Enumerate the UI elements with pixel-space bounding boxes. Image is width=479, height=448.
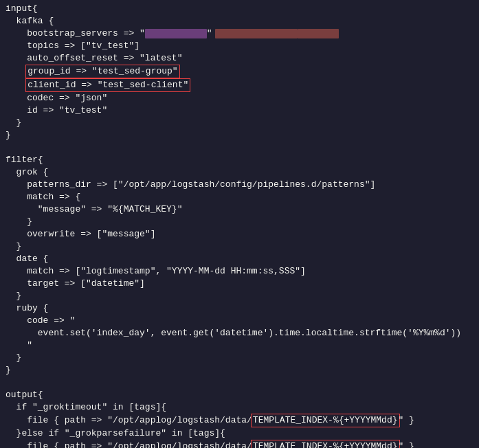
line-close-kafka: } <box>0 117 479 129</box>
line-blank1 <box>0 142 479 154</box>
line-topics: topics => ["tv_test"] <box>0 40 479 52</box>
line-close-filter: } <box>0 364 479 377</box>
line-file-grokparsefailure: file { path => "/opt/applog/logstash/dat… <box>0 440 479 448</box>
line-kafka: kafka { <box>0 15 479 27</box>
line-input: input{ <box>0 3 479 15</box>
line-close-grok: } <box>0 240 479 253</box>
line-ruby: ruby { <box>0 302 479 315</box>
line-blank2 <box>0 377 479 389</box>
code-editor: input{ kafka { bootstrap_servers => " " … <box>0 0 479 448</box>
line-id: id => "tv_test" <box>0 104 479 117</box>
line-else-grokparsefailure: }else if "_grokparsefailure" in [tags]{ <box>0 427 479 440</box>
line-group-id: group_id => "test_sed-group" <box>0 65 479 78</box>
line-close-input: } <box>0 129 479 142</box>
line-event-set: event.set('index_day', event.get('dateti… <box>0 327 479 339</box>
line-match-content: "message" => "%{MATCH_KEY}" <box>0 203 479 216</box>
line-file-groktimeout: file { path => "/opt/applog/logstash/dat… <box>0 414 479 427</box>
line-close-ruby: } <box>0 352 479 364</box>
line-close-date: } <box>0 290 479 302</box>
line-date: date { <box>0 253 479 265</box>
line-code: code => " <box>0 315 479 327</box>
line-match-open: match => { <box>0 191 479 203</box>
line-codec: codec => "json" <box>0 92 479 104</box>
line-quote-close: " <box>0 339 479 352</box>
line-auto-offset: auto_offset_reset => "latest" <box>0 52 479 65</box>
line-bootstrap: bootstrap_servers => " " <box>0 27 479 40</box>
line-client-id: client_id => "test_sed-client" <box>0 78 479 92</box>
line-output: output{ <box>0 389 479 401</box>
line-grok: grok { <box>0 166 479 179</box>
line-date-match: match => ["logtimestamp", "YYYY-MM-dd HH… <box>0 265 479 278</box>
line-if-groktimeout: if "_groktimeout" in [tags]{ <box>0 401 479 414</box>
line-target: target => ["datetime"] <box>0 278 479 290</box>
line-match-close: } <box>0 216 479 228</box>
line-filter: filter{ <box>0 154 479 166</box>
line-patterns-dir: patterns_dir => ["/opt/app/logstash/conf… <box>0 179 479 191</box>
line-overwrite: overwrite => ["message"] <box>0 228 479 240</box>
